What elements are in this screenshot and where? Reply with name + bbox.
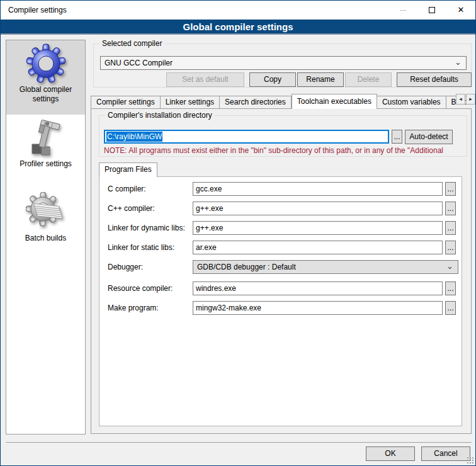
blue-gear-icon	[26, 43, 66, 84]
linker-dynamic-browse-button[interactable]: ...	[445, 221, 456, 235]
resource-compiler-label: Resource compiler:	[108, 281, 191, 295]
linker-static-input[interactable]: ar.exe	[193, 241, 443, 254]
c-compiler-label: C compiler:	[108, 182, 191, 196]
tab-scroll-buttons: ◂ ▸	[455, 94, 475, 105]
make-program-input[interactable]: mingw32-make.exe	[193, 301, 443, 315]
cancel-button[interactable]: Cancel	[421, 446, 470, 461]
maximize-button[interactable]	[417, 1, 446, 20]
c-compiler-browse-button[interactable]: ...	[445, 182, 456, 196]
window-controls: ✕	[388, 1, 475, 20]
linker-dynamic-label: Linker for dynamic libs:	[108, 221, 191, 235]
tab-linker-settings[interactable]: Linker settings	[161, 96, 220, 109]
install-dir-legend: Compiler's installation directory	[105, 111, 215, 120]
compiler-select-value: GNU GCC Compiler	[105, 59, 173, 67]
tab-scroll-right-icon[interactable]: ▸	[466, 94, 475, 105]
set-as-default-button[interactable]: Set as default	[166, 72, 244, 87]
rename-button[interactable]: Rename	[297, 72, 344, 87]
sidebar-item-label: Batch builds	[6, 232, 85, 243]
titlebar: Compiler settings ✕	[1, 1, 475, 20]
c-compiler-input[interactable]: gcc.exe	[193, 182, 443, 196]
sidebar: Global compiler settings	[6, 40, 86, 435]
chevron-down-icon: ⌄	[446, 261, 453, 272]
ok-button[interactable]: OK	[366, 446, 415, 461]
sidebar-item-batch-builds[interactable]: Batch builds	[6, 189, 85, 263]
cpp-compiler-input[interactable]: g++.exe	[193, 202, 443, 215]
tab-scroll-left-icon[interactable]: ◂	[456, 94, 465, 105]
chevron-down-icon: ⌄	[455, 57, 462, 68]
tab-compiler-settings[interactable]: Compiler settings	[91, 96, 161, 109]
copy-button[interactable]: Copy	[249, 72, 296, 87]
install-dir-value: C:\raylib\MinGW	[106, 132, 162, 142]
debugger-label: Debugger:	[108, 260, 191, 274]
linker-dynamic-input[interactable]: g++.exe	[193, 221, 443, 235]
close-button[interactable]: ✕	[446, 1, 475, 20]
window-title: Compiler settings	[8, 6, 67, 14]
make-program-label: Make program:	[108, 301, 191, 315]
minimize-icon	[400, 10, 406, 11]
debugger-select[interactable]: GDB/CDB debugger : Default ⌄	[193, 260, 458, 274]
make-program-browse-button[interactable]: ...	[445, 301, 456, 315]
subtab-program-files[interactable]: Program Files	[99, 162, 157, 177]
compiler-select[interactable]: GNU GCC Compiler ⌄	[100, 56, 467, 70]
compiler-settings-dialog: Compiler settings ✕ Global compiler sett…	[0, 0, 476, 466]
resource-compiler-input[interactable]: windres.exe	[193, 281, 443, 295]
auto-detect-button[interactable]: Auto-detect	[405, 130, 453, 144]
resource-compiler-browse-button[interactable]: ...	[445, 281, 456, 295]
reset-defaults-button[interactable]: Reset defaults	[397, 72, 472, 87]
gray-gear-stack-icon	[26, 192, 66, 232]
sidebar-item-profiler-settings[interactable]: Profiler settings	[6, 115, 85, 189]
tab-search-directories[interactable]: Search directories	[220, 96, 292, 109]
settings-tabs: Compiler settings Linker settings Search…	[91, 93, 472, 109]
linker-static-label: Linker for static libs:	[108, 241, 191, 254]
tab-toolchain-executables[interactable]: Toolchain executables	[292, 94, 377, 109]
tab-custom-variables[interactable]: Custom variables	[377, 96, 446, 109]
footer-separator	[6, 442, 472, 443]
install-dir-browse-button[interactable]: ...	[392, 130, 402, 144]
debugger-select-value: GDB/CDB debugger : Default	[197, 263, 296, 271]
linker-static-browse-button[interactable]: ...	[445, 241, 456, 254]
cpp-compiler-label: C++ compiler:	[108, 202, 191, 215]
install-dir-note: NOTE: All programs must exist either in …	[104, 146, 465, 156]
minimize-button[interactable]	[388, 1, 417, 20]
page-title: Global compiler settings	[1, 20, 475, 35]
install-dir-input[interactable]: C:\raylib\MinGW	[104, 130, 389, 144]
close-icon: ✕	[458, 7, 465, 13]
sidebar-item-label: Profiler settings	[6, 158, 85, 169]
selected-compiler-legend: Selected compiler	[99, 39, 164, 48]
sidebar-item-label: Global compiler settings	[6, 84, 85, 104]
cpp-compiler-browse-button[interactable]: ...	[445, 202, 456, 215]
maximize-icon	[429, 7, 435, 13]
delete-button[interactable]: Delete	[345, 72, 392, 87]
sidebar-item-global-compiler-settings[interactable]: Global compiler settings	[6, 40, 85, 115]
resize-grip[interactable]	[467, 457, 474, 464]
caliper-icon	[26, 118, 66, 158]
